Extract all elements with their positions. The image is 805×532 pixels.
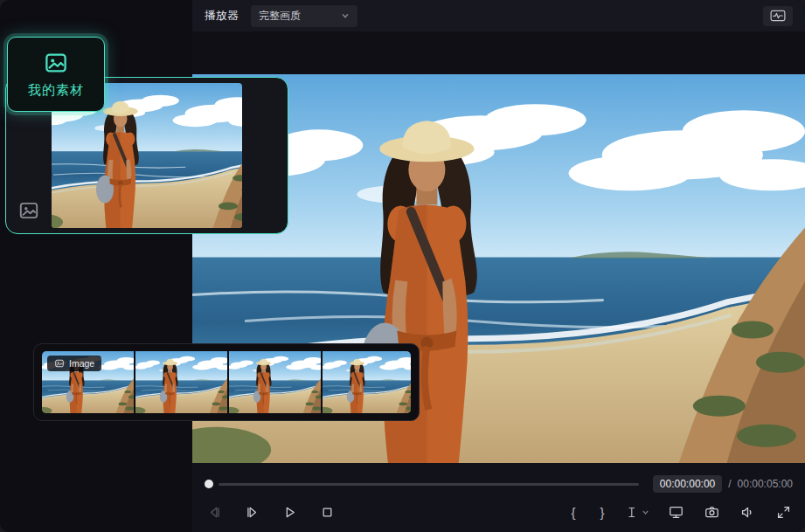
edit-range-button[interactable] <box>625 505 649 520</box>
playback-controls: 00:00:00:00 / 00:00:05:00 <box>192 463 805 532</box>
snapshot-button[interactable] <box>702 502 721 522</box>
my-media-button[interactable]: 我的素材 <box>7 37 105 112</box>
quality-value: 完整画质 <box>259 9 301 24</box>
monitor-icon <box>668 504 684 521</box>
previous-frame-icon <box>206 504 223 521</box>
mark-out-button[interactable]: } <box>596 505 608 520</box>
clip-frame <box>135 351 227 413</box>
speaker-icon <box>739 504 756 521</box>
waveform-icon <box>770 10 786 22</box>
progress-row: 00:00:00:00 / 00:00:05:00 <box>192 463 805 493</box>
edit-range-icon <box>625 505 640 520</box>
previous-frame-button[interactable] <box>205 502 224 522</box>
quality-dropdown[interactable]: 完整画质 <box>251 5 357 27</box>
next-frame-icon <box>244 504 260 521</box>
play-button[interactable] <box>280 502 299 522</box>
clip-frame <box>323 351 411 413</box>
next-frame-button[interactable] <box>242 502 261 522</box>
app-window: 播放器 完整画质 00:00:00:00 / <box>0 0 805 532</box>
transport-left <box>205 502 337 522</box>
transport-right: { } <box>567 502 793 522</box>
fullscreen-icon <box>775 504 792 521</box>
current-time: 00:00:00:00 <box>653 475 722 493</box>
progress-track[interactable] <box>219 483 639 486</box>
media-icon <box>43 50 69 76</box>
chevron-down-icon <box>642 508 649 516</box>
timeline-clip[interactable]: Image <box>33 343 420 421</box>
render-preview-button[interactable] <box>763 6 793 26</box>
total-time: 00:00:05:00 <box>738 478 793 490</box>
clip-frame <box>229 351 321 413</box>
time-display: 00:00:00:00 / 00:00:05:00 <box>653 475 793 493</box>
stop-button[interactable] <box>317 502 337 522</box>
image-icon <box>54 358 65 369</box>
chevron-down-icon <box>341 11 350 20</box>
time-separator: / <box>728 478 731 490</box>
clip-type-label: Image <box>69 358 94 369</box>
player-topbar: 播放器 完整画质 <box>192 0 805 31</box>
clip-type-badge: Image <box>47 356 101 371</box>
player-title: 播放器 <box>205 8 239 24</box>
volume-button[interactable] <box>738 502 757 522</box>
play-icon <box>281 504 298 521</box>
transport-row: { } <box>192 493 805 522</box>
mirror-display-button[interactable] <box>666 502 685 522</box>
playhead-handle[interactable] <box>205 480 213 488</box>
camera-icon <box>704 504 720 521</box>
image-icon <box>17 199 40 222</box>
my-media-label: 我的素材 <box>28 82 84 99</box>
stop-icon <box>319 504 336 521</box>
mark-in-button[interactable]: { <box>567 505 579 520</box>
fullscreen-button[interactable] <box>774 502 793 522</box>
